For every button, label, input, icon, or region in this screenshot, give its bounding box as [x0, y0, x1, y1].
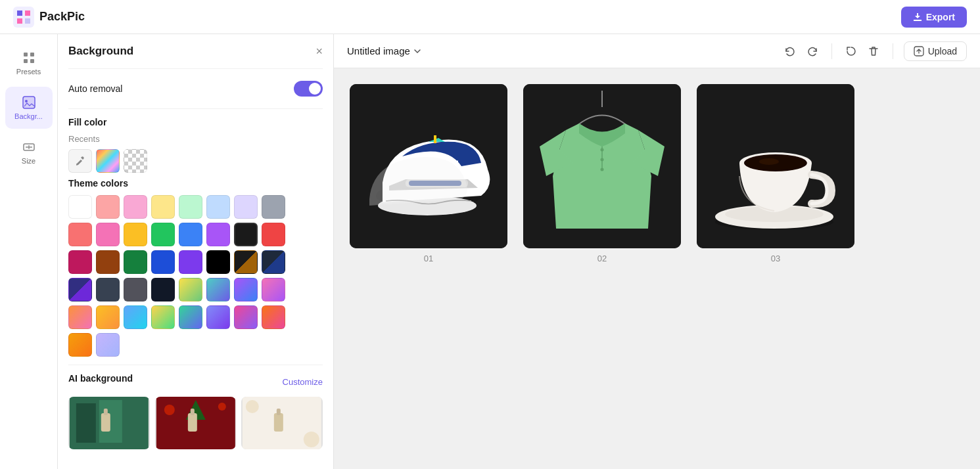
svg-rect-24	[274, 413, 283, 432]
svg-rect-11	[76, 403, 96, 443]
color-green-700[interactable]	[124, 250, 147, 274]
grad-swatch-10[interactable]	[206, 305, 230, 329]
svg-point-22	[246, 400, 259, 413]
ai-background-header: AI background Customize	[68, 373, 323, 390]
delete-button[interactable]	[865, 43, 882, 60]
svg-point-48	[759, 158, 779, 165]
background-panel: Background × Auto removal Fill color Rec…	[58, 34, 334, 469]
ai-bg-1-preview	[68, 397, 150, 449]
color-violet-700[interactable]	[179, 250, 202, 274]
color-pink-700[interactable]	[68, 250, 92, 274]
transparent-swatch[interactable]	[124, 149, 147, 173]
grad-swatch-2[interactable]	[206, 278, 230, 302]
color-near-black[interactable]	[234, 223, 258, 246]
panel-close-button[interactable]: ×	[315, 45, 323, 57]
color-light-blue[interactable]	[206, 195, 230, 219]
ai-bg-thumb-3[interactable]	[241, 397, 323, 449]
upload-button[interactable]: Upload	[904, 41, 967, 61]
grad-swatch-3[interactable]	[234, 278, 258, 302]
presets-icon	[22, 51, 36, 65]
color-red-500[interactable]	[262, 223, 285, 246]
image-card-02: 02	[523, 84, 681, 263]
grad-swatch-1[interactable]	[179, 278, 202, 302]
svg-rect-25	[277, 409, 281, 415]
auto-removal-toggle[interactable]	[294, 81, 323, 97]
sidebar-item-background[interactable]: Backgr...	[5, 87, 53, 129]
rainbow-swatch[interactable]	[96, 149, 120, 173]
theme-colors-title: Theme colors	[68, 178, 323, 189]
svg-point-16	[164, 405, 174, 415]
divider-3	[68, 365, 323, 365]
image-thumb-01[interactable]	[350, 84, 507, 248]
canvas-title: Untitled image	[347, 45, 422, 56]
refresh-icon	[845, 45, 857, 57]
color-light-pink[interactable]	[96, 195, 120, 219]
svg-point-23	[304, 432, 319, 447]
image-label-02: 02	[597, 254, 607, 263]
undo-icon	[784, 45, 796, 57]
fill-color-section: Fill color Recents Theme colors	[68, 117, 323, 357]
color-gray[interactable]	[262, 195, 285, 219]
color-dark-indigo[interactable]	[68, 278, 92, 302]
grad-swatch-7[interactable]	[124, 305, 147, 329]
color-dark-gold[interactable]	[234, 250, 258, 274]
theme-colors-grid	[68, 195, 323, 357]
color-blue-700[interactable]	[151, 250, 175, 274]
image-label-01: 01	[424, 254, 433, 263]
coffee-image	[697, 84, 854, 248]
svg-rect-14	[104, 409, 108, 415]
sidebar-item-presets[interactable]: Presets	[5, 42, 53, 84]
sidebar-item-size[interactable]: Size	[5, 131, 53, 173]
color-blue-500[interactable]	[179, 223, 202, 246]
color-light-green[interactable]	[179, 195, 202, 219]
color-slate[interactable]	[96, 278, 120, 302]
redo-button[interactable]	[804, 43, 821, 60]
color-purple-500[interactable]	[206, 223, 230, 246]
grad-swatch-13[interactable]	[68, 333, 92, 357]
grad-swatch-11[interactable]	[234, 305, 258, 329]
grad-swatch-5[interactable]	[68, 305, 92, 329]
upload-icon	[914, 46, 924, 56]
color-light-rose[interactable]	[124, 195, 147, 219]
color-light-purple[interactable]	[234, 195, 258, 219]
ai-background-section: AI background Customize	[68, 373, 323, 449]
ai-bg-thumb-1[interactable]	[68, 397, 150, 449]
grad-swatch-8[interactable]	[151, 305, 175, 329]
color-white[interactable]	[68, 195, 92, 219]
eyedropper-swatch[interactable]	[68, 149, 92, 173]
svg-rect-3	[24, 59, 28, 63]
refresh-button[interactable]	[843, 43, 860, 60]
divider-2	[68, 108, 323, 109]
svg-rect-19	[187, 413, 197, 432]
color-green-500[interactable]	[151, 223, 175, 246]
grad-swatch-12[interactable]	[262, 305, 285, 329]
svg-rect-5	[23, 97, 35, 108]
color-black[interactable]	[206, 250, 230, 274]
image-label-03: 03	[771, 254, 780, 263]
color-amber-800[interactable]	[96, 250, 120, 274]
ai-bg-thumb-2[interactable]	[155, 397, 237, 449]
color-dark-navy[interactable]	[262, 250, 285, 274]
color-amber-400[interactable]	[124, 223, 147, 246]
grad-swatch-9[interactable]	[179, 305, 202, 329]
image-thumb-03[interactable]	[697, 84, 854, 248]
color-light-yellow[interactable]	[151, 195, 175, 219]
icon-sidebar: Presets Backgr... Size	[0, 34, 58, 469]
svg-point-7	[25, 100, 28, 102]
chevron-down-icon	[413, 47, 422, 56]
grad-swatch-4[interactable]	[262, 278, 285, 302]
export-button[interactable]: Export	[901, 7, 967, 28]
undo-button[interactable]	[782, 43, 799, 60]
color-zinc[interactable]	[124, 278, 147, 302]
color-gray-900[interactable]	[151, 278, 175, 302]
customize-link[interactable]: Customize	[283, 377, 323, 387]
grad-swatch-14[interactable]	[96, 333, 120, 357]
image-thumb-02[interactable]	[523, 84, 681, 248]
background-icon	[22, 95, 36, 110]
color-pink-400[interactable]	[96, 223, 120, 246]
svg-point-39	[601, 148, 604, 152]
color-red-400[interactable]	[68, 223, 92, 246]
grad-swatch-6[interactable]	[96, 305, 120, 329]
sneaker-image	[350, 84, 507, 248]
ai-bg-3-preview	[241, 397, 323, 449]
